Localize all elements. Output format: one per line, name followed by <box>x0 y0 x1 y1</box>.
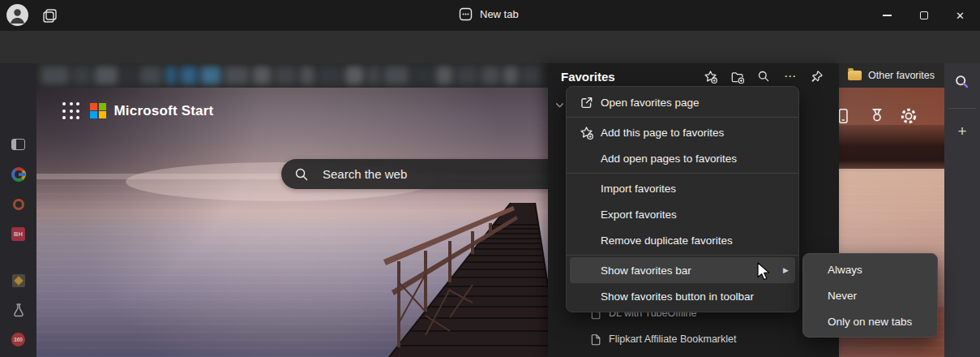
mouse-cursor <box>756 262 774 282</box>
menu-item-add-open-pages-to-favorites[interactable]: Add open pages to favorites <box>567 145 798 171</box>
search-favorites-button[interactable] <box>753 66 774 87</box>
close-button[interactable]: ✕ <box>942 0 978 31</box>
minimize-icon <box>883 15 892 15</box>
rewards-button[interactable] <box>867 105 888 127</box>
person-icon <box>6 4 28 26</box>
star-add-icon <box>704 70 717 84</box>
pin-panel-button[interactable] <box>807 66 828 87</box>
maximize-button[interactable] <box>905 0 942 31</box>
sidebar-pane-icon[interactable] <box>11 136 26 152</box>
search-purple-icon <box>954 74 970 90</box>
menu-item-add-this-page-to-favorites[interactable]: Add this page to favorites <box>567 119 798 145</box>
right-sidebar: + <box>944 63 980 357</box>
gear-icon <box>899 106 918 126</box>
menu-item-remove-duplicate-favorites[interactable]: Remove duplicate favorites <box>567 227 798 253</box>
search-icon <box>294 167 309 182</box>
menu-item-open-favorites-page[interactable]: Open favorites page <box>567 89 798 115</box>
360-site-icon[interactable]: 360 <box>11 332 26 347</box>
favorites-more-button[interactable]: ⋯ <box>780 66 801 87</box>
show-favorites-bar-submenu: Always Never Only on new tabs <box>802 253 938 338</box>
favorites-panel-title: Favorites <box>561 70 694 84</box>
open-external-icon <box>578 94 594 110</box>
blurred-favorites-items <box>41 67 541 84</box>
plus-icon: + <box>957 123 966 139</box>
flask-icon[interactable] <box>11 302 26 317</box>
orange-ring-icon[interactable] <box>11 196 26 212</box>
folder-add-icon <box>730 70 744 84</box>
minimize-button[interactable] <box>869 0 905 31</box>
titlebar: New tab ✕ <box>0 0 980 31</box>
menu-item-import-favorites[interactable]: Import favorites <box>567 175 798 201</box>
web-search-bar[interactable]: Search the web <box>281 159 591 189</box>
maximize-icon <box>920 11 928 19</box>
favorite-item-flipkart-affiliate-bookmarklet[interactable]: Flipkart Affiliate Bookmarklet <box>548 326 839 352</box>
menu-item-export-favorites[interactable]: Export favorites <box>567 201 798 227</box>
submenu-item-only-on-new-tabs[interactable]: Only on new tabs <box>803 308 937 334</box>
google-icon[interactable] <box>11 166 26 182</box>
color-app-icon[interactable] <box>11 273 26 288</box>
brand-header: Microsoft Start <box>62 102 213 119</box>
submenu-item-always[interactable]: Always <box>803 256 937 282</box>
add-favorite-button[interactable] <box>700 66 721 87</box>
star-add-icon <box>578 124 594 140</box>
other-favorites-folder[interactable]: Other favorites <box>843 66 939 85</box>
left-sidebar: BH 360 HUD <box>0 63 36 357</box>
page-settings-button[interactable] <box>898 105 919 127</box>
workspaces-icon[interactable] <box>42 8 58 24</box>
newtab-page-icon <box>459 7 473 21</box>
microsoft-logo <box>90 103 106 119</box>
web-search-placeholder: Search the web <box>323 167 407 181</box>
app-launcher-icon[interactable] <box>62 102 79 119</box>
submenu-arrow-icon: ▶ <box>783 266 789 274</box>
menu-separator <box>567 117 798 118</box>
pin-icon <box>811 70 824 83</box>
menu-separator <box>567 173 798 174</box>
brand-title: Microsoft Start <box>114 103 214 119</box>
tab-title: New tab <box>480 8 519 20</box>
menu-separator <box>567 255 798 256</box>
search-icon <box>757 70 770 83</box>
close-icon: ✕ <box>956 11 965 21</box>
sidebar-search-button[interactable] <box>953 73 971 91</box>
submenu-item-never[interactable]: Never <box>803 282 937 308</box>
page-icon <box>590 333 601 346</box>
sidebar-divider <box>948 108 976 109</box>
sidebar-add-button[interactable]: + <box>953 122 971 140</box>
toolbar: Search or enter web address uO ⋯ <box>0 31 980 63</box>
active-tab[interactable]: New tab <box>459 7 519 21</box>
bh-site-icon[interactable]: BH <box>11 226 26 242</box>
medal-icon <box>867 106 887 126</box>
profile-avatar[interactable] <box>6 4 28 26</box>
folder-icon <box>848 71 862 80</box>
add-folder-button[interactable] <box>726 66 747 87</box>
menu-item-show-favorites-button-in-toolbar[interactable]: Show favorites button in toolbar <box>567 283 798 309</box>
chevron-down-icon[interactable] <box>554 100 565 110</box>
